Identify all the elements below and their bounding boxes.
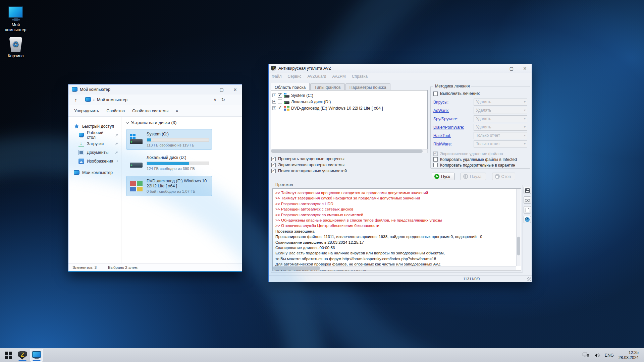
language-indicator[interactable]: ENG	[605, 353, 614, 358]
expand-icon[interactable]	[272, 100, 276, 104]
scan-option[interactable]: Эвристическая проверка системы	[271, 162, 347, 168]
checkbox[interactable]	[433, 163, 438, 167]
tree-row[interactable]: System (C:)	[272, 92, 426, 99]
threat-type-link[interactable]: Dialer/PornWare:	[433, 125, 464, 130]
toolbar-button[interactable]: Упорядочить	[71, 107, 102, 115]
sidebar-item[interactable]: Рабочий стол	[68, 131, 121, 139]
volume-icon[interactable]	[594, 353, 600, 358]
sidebar-item[interactable]: Изображения	[68, 157, 121, 166]
address-bar[interactable]: ▪ Мой компьютер	[83, 96, 211, 103]
checkbox-checked[interactable]	[271, 169, 276, 173]
explorer-titlebar[interactable]: Мой компьютер — ▢ ✕	[68, 84, 242, 95]
checkbox-unchecked[interactable]	[433, 92, 438, 96]
menu-item[interactable]: Справка	[349, 74, 371, 79]
menu-item[interactable]: Файл	[269, 74, 285, 79]
close-button[interactable]: ✕	[228, 84, 242, 95]
tree-checkbox[interactable]	[278, 93, 282, 98]
maximize-button[interactable]: ▢	[505, 64, 518, 73]
start-button[interactable]: Пуск	[432, 173, 454, 180]
menu-item[interactable]: AVZPM	[329, 74, 348, 79]
tree-checkbox[interactable]	[278, 100, 282, 104]
expand-icon[interactable]	[272, 106, 276, 110]
action-dropdown[interactable]: Удалять	[474, 115, 527, 122]
threat-type-link[interactable]: AdWare:	[433, 108, 449, 113]
chevron-down-icon[interactable]: ∨	[214, 97, 217, 102]
threat-type-link[interactable]: HackTool:	[433, 133, 451, 138]
close-button[interactable]: ✕	[518, 64, 532, 73]
computer-icon	[7, 6, 24, 21]
protocol-log[interactable]: >> Таймаут завершения процессов находитс…	[272, 188, 521, 271]
treatment-option[interactable]: Копировать удаляемые файлы в Infected	[433, 157, 527, 162]
sidebar-item[interactable]: Загрузки	[68, 139, 121, 148]
network-icon[interactable]	[583, 353, 589, 358]
windows-logo-icon	[5, 352, 12, 359]
web-service-button[interactable]	[524, 216, 531, 223]
action-dropdown[interactable]: Только отчет	[474, 132, 527, 139]
scan-option[interactable]: Поиск потенциальных уязвимостей	[271, 168, 347, 174]
treatment-option[interactable]: Эвристическое удаление файлов	[433, 151, 527, 157]
scan-option[interactable]: Проверять запущенные процессы	[271, 156, 347, 162]
sidebar-item[interactable]: Документы	[68, 148, 121, 157]
maximize-button[interactable]: ▢	[215, 84, 228, 95]
drive-free-space: 0 байт свободно из 1,07 ГБ	[147, 189, 209, 193]
taskbar-item-avz[interactable]	[16, 349, 29, 362]
expand-icon[interactable]	[272, 94, 276, 97]
drive-tile[interactable]: DVD-дисковод (E:) Windows 10 22H2 Lite […	[126, 176, 212, 196]
log-vertical-scrollbar[interactable]	[516, 189, 521, 266]
perform-treatment-option[interactable]: Выполнять лечение:	[433, 91, 527, 96]
view-log-button[interactable]	[524, 196, 531, 204]
menu-item[interactable]: Сервис	[285, 74, 305, 79]
start-button[interactable]	[2, 349, 15, 362]
taskbar-item-explorer[interactable]	[30, 349, 43, 362]
toolbar-button[interactable]: Свойства системы	[129, 107, 171, 115]
tree-row[interactable]: DVD-дисковод (E:) Windows 10 22H2 Lite […	[272, 105, 426, 111]
treatment-option[interactable]: Копировать подозрительные в карантин	[433, 162, 527, 168]
group-header[interactable]: Устройства и диски (3)	[126, 120, 242, 125]
desktop-icon-my-computer[interactable]: Мой компьютер	[2, 3, 30, 33]
tree-horizontal-scrollbar[interactable]	[271, 149, 428, 153]
minimize-button[interactable]: —	[491, 64, 505, 73]
threat-type-link[interactable]: Вирусы:	[433, 100, 448, 105]
sidebar-item-quick-access[interactable]: Быстрый доступ	[68, 122, 121, 131]
threat-type-link[interactable]: RiskWare:	[433, 142, 452, 146]
log-line: >> Разрешен автозапуск с сетевых дисков	[275, 206, 514, 212]
taskbar-clock[interactable]: 12:25 28.03.2024	[619, 350, 639, 360]
drive-tile[interactable]: System (C:) 113 ГБ свободно из 119 ГБ	[126, 129, 212, 150]
save-log-button[interactable]	[524, 187, 531, 194]
minimize-button[interactable]: —	[202, 84, 215, 95]
toolbar-button[interactable]: Свойства	[103, 107, 128, 115]
drive-tile[interactable]: Локальный диск (D:) 124 ГБ свободно из 3…	[126, 153, 212, 173]
sidebar-item-icon	[78, 150, 84, 155]
action-dropdown[interactable]: Удалять	[474, 107, 527, 114]
clear-log-button[interactable]	[524, 206, 531, 214]
checkbox[interactable]	[433, 152, 438, 156]
toolbar-button[interactable]: »	[173, 107, 181, 115]
pin-icon	[114, 150, 118, 155]
refresh-icon[interactable]: ↻	[221, 97, 225, 102]
log-horizontal-scrollbar[interactable]	[273, 266, 516, 270]
tree-checkbox[interactable]	[278, 106, 282, 110]
checkbox-checked[interactable]	[271, 163, 276, 167]
avz-titlebar[interactable]: Антивирусная утилита AVZ — ▢ ✕	[269, 64, 532, 73]
log-line: Сканирование завершено в 28.03.2024 12:2…	[275, 240, 514, 245]
tree-row[interactable]: Локальный диск (D:)	[272, 99, 426, 105]
pause-button[interactable]: Пауза	[461, 173, 486, 180]
sidebar-item-this-pc[interactable]: Мой компьютер	[68, 168, 121, 177]
action-dropdown[interactable]: Только отчет	[474, 140, 527, 147]
checkbox-checked[interactable]	[271, 157, 276, 161]
drive-icon	[284, 93, 289, 98]
stop-button[interactable]: Стоп	[492, 173, 515, 180]
up-arrow-icon[interactable]: ↑	[72, 97, 80, 103]
explorer-window: Мой компьютер — ▢ ✕ ↑ ▪ Мой компьютер ∨ …	[68, 84, 242, 272]
checkbox[interactable]	[433, 157, 438, 162]
desktop-icon-label: Корзина	[2, 54, 30, 59]
resize-grip[interactable]	[527, 277, 531, 281]
threat-type-link[interactable]: Spy/Spyware:	[433, 117, 458, 121]
star-icon	[74, 124, 79, 129]
action-dropdown[interactable]: Удалять	[474, 124, 527, 131]
clock-time: 12:25	[619, 350, 639, 355]
menu-item[interactable]: AVZGuard	[305, 74, 329, 79]
desktop-icon-recycle-bin[interactable]: ♻ Корзина	[2, 35, 30, 59]
drive-free-space: 124 ГБ свободно из 390 ГБ	[147, 167, 209, 171]
action-dropdown[interactable]: Удалять	[474, 99, 527, 106]
